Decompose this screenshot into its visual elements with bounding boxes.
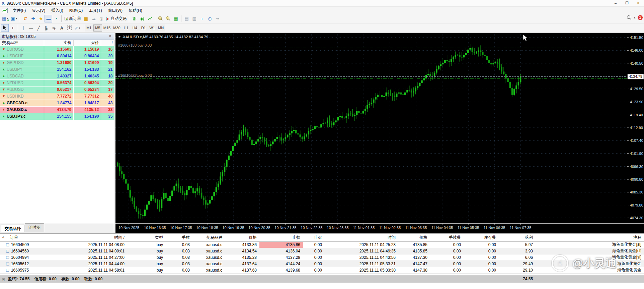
- horizontal-line-tool-button[interactable]: —: [27, 24, 35, 32]
- market-watch-row-usdcad[interactable]: ▲USDCAD1.403271.4034518: [0, 73, 114, 79]
- column-header-symbol[interactable]: 交易品种: [0, 40, 44, 46]
- trendline-tool-button[interactable]: ╱: [35, 24, 43, 32]
- menu-item-5[interactable]: 窗口(W): [105, 7, 126, 14]
- order-ticket-cell: ❏16604509: [0, 241, 80, 248]
- order-row-16605975[interactable]: ❏166059752025.11.11 04:58:01buy0.03xauus…: [0, 267, 644, 273]
- timeframe-button-m1[interactable]: M1: [85, 24, 93, 32]
- market-watch-tab-1[interactable]: 即时图: [25, 223, 44, 232]
- fibonacci-tool-button[interactable]: ≡F: [50, 24, 58, 32]
- orders-header-profit[interactable]: 获利: [499, 234, 536, 241]
- new-chart-button[interactable]: ▦+▼: [1, 15, 10, 22]
- community-button[interactable]: ☁: [90, 15, 97, 22]
- order-row-16605612[interactable]: ❏166056122025.11.11 04:44:00buy0.03xauus…: [0, 261, 644, 267]
- orders-header-close-time[interactable]: 时间: [325, 234, 398, 241]
- column-header-ask[interactable]: 买价: [73, 40, 101, 46]
- orders-header-takeprofit[interactable]: 止盈: [303, 234, 325, 241]
- tile-horizontal-button[interactable]: ▤: [183, 15, 190, 22]
- orders-header-stoploss[interactable]: 止损: [259, 234, 303, 241]
- market-watch-row-gbpcad-c[interactable]: ▲GBPCAD.c1.847741.8481743: [0, 100, 114, 106]
- timeframe-button-m15[interactable]: M15: [102, 24, 112, 32]
- orders-header-close-price[interactable]: 价格: [398, 234, 430, 241]
- restore-button[interactable]: ❐: [621, 0, 633, 7]
- chart-shift-button[interactable]: ⇥: [214, 15, 221, 22]
- bar-chart-mode-button[interactable]: [131, 15, 138, 22]
- market-watch-row-xauusd-c[interactable]: ▼XAUUSD.c4134.794135.1233: [0, 106, 114, 113]
- vertical-line-tool-button[interactable]: ｜: [19, 24, 27, 32]
- orders-header-lots[interactable]: 手数: [166, 234, 192, 241]
- order-cell: 4135.85: [398, 248, 430, 254]
- text-label-tool-button[interactable]: T: [66, 24, 73, 32]
- data-window-button[interactable]: ✚: [29, 15, 37, 22]
- period-converter-clock-button[interactable]: ◷: [206, 15, 214, 22]
- orders-header-commission[interactable]: 手续费: [430, 234, 464, 241]
- orders-header-open-price[interactable]: 价格: [225, 234, 259, 241]
- order-doc-icon: ❏: [6, 243, 9, 247]
- market-watch-close-icon[interactable]: ×: [108, 34, 112, 39]
- menu-item-4[interactable]: 工具(T): [86, 7, 105, 14]
- market-watch-row-usdchf[interactable]: ▲USDCHF0.804140.8043420: [0, 53, 114, 59]
- tile-vertical-button[interactable]: ▥: [190, 15, 198, 22]
- order-row-16604994[interactable]: ❏166049942025.11.11 04:27:00buy0.03xauus…: [0, 254, 644, 261]
- line-chart-mode-button[interactable]: [146, 15, 154, 22]
- tile-windows-button[interactable]: ▦: [172, 15, 180, 22]
- menu-item-0[interactable]: 文件(F): [10, 7, 29, 14]
- candlestick-mode-button[interactable]: [138, 15, 146, 22]
- column-header-bid[interactable]: 卖价: [44, 40, 73, 46]
- order-row-16604560[interactable]: ❏166045602025.11.11 04:09:01buy0.03xauus…: [0, 248, 644, 254]
- menu-item-6[interactable]: 帮助(H): [126, 7, 145, 14]
- timeframe-button-h4[interactable]: H4: [131, 24, 139, 32]
- cursor-tool-button[interactable]: [1, 24, 9, 32]
- timeframe-button-h1[interactable]: H1: [122, 24, 131, 32]
- new-order-button[interactable]: ❏+ 新订单: [63, 15, 82, 22]
- line-chart-icon: [148, 16, 152, 21]
- orders-header-comment[interactable]: 注释: [536, 234, 644, 241]
- menu-item-3[interactable]: 图表(C): [66, 7, 86, 14]
- zoom-out-button[interactable]: [164, 15, 172, 22]
- terminal-close-icon[interactable]: x: [1, 235, 5, 239]
- market-watch-row-eurusd[interactable]: ▼EURUSD1.156031.1561916: [0, 46, 114, 53]
- chevron-up-icon[interactable]: ▲: [633, 16, 636, 19]
- timeframe-button-m5[interactable]: M5: [93, 24, 102, 32]
- orders-header-swap[interactable]: 库存费: [464, 234, 499, 241]
- new-window-button[interactable]: ＋: [198, 15, 206, 22]
- navigator-button[interactable]: ★: [37, 15, 45, 22]
- market-watch-tab-0[interactable]: 交易品种: [1, 225, 24, 232]
- orders-header-open-time[interactable]: 时间 /: [80, 234, 127, 241]
- market-watch-row-audusd[interactable]: ▼AUDUSD0.652170.6523417: [0, 86, 114, 93]
- close-button[interactable]: ✕: [633, 0, 644, 7]
- crosshair-tool-button[interactable]: ＋: [9, 24, 16, 32]
- svg-text:11 Nov 01:35: 11 Nov 01:35: [353, 226, 375, 230]
- orders-header-ticket[interactable]: 订单: [0, 234, 80, 241]
- timeframe-button-mn[interactable]: MN: [157, 24, 165, 32]
- order-row-16604509[interactable]: ❏166045092025.11.11 04:08:00buy0.03xauus…: [0, 241, 644, 248]
- market-watch-row-nzdusd[interactable]: ▼NZDUSD0.563740.5639420: [0, 79, 114, 86]
- strategy-tester-button[interactable]: ◔: [52, 15, 60, 22]
- market-watch-row-usdjpy[interactable]: ▲USDJPY154.162154.18321: [0, 66, 114, 73]
- menu-item-2[interactable]: 插入(I): [48, 7, 66, 14]
- timeframe-button-m30[interactable]: M30: [112, 24, 122, 32]
- zoom-in-button[interactable]: [157, 15, 164, 22]
- timeframe-button-d1[interactable]: D1: [139, 24, 148, 32]
- timeframe-button-w1[interactable]: W1: [148, 24, 157, 32]
- orders-header-type[interactable]: 类型: [127, 234, 166, 241]
- notification-badge[interactable]: 1: [638, 15, 643, 20]
- toolbar-separator: [20, 15, 20, 22]
- market-watch-row-usdjpy-c[interactable]: ▲USDJPY.c154.155154.19035: [0, 113, 114, 120]
- minimize-button[interactable]: –: [610, 0, 621, 7]
- chart-area[interactable]: #16607188 buy 0.03#16610673 buy 0.034151…: [115, 33, 644, 233]
- text-tool-button[interactable]: A: [58, 24, 66, 32]
- orders-header-symbol[interactable]: 交易品种: [192, 234, 225, 241]
- terminal-toggle-button[interactable]: ▬: [45, 15, 52, 22]
- news-sound-button[interactable]: ◎: [97, 15, 105, 22]
- market-watch-row-usdhkd[interactable]: ▼USDHKD7.772727.7731240: [0, 93, 114, 100]
- autotrading-button[interactable]: ▶ 自动交易: [105, 15, 128, 22]
- market-watch-toggle-button[interactable]: ⇵: [21, 15, 29, 22]
- column-header-spread[interactable]: !: [101, 40, 114, 46]
- equidistant-channel-tool-button[interactable]: ∥E: [43, 24, 50, 32]
- search-icon[interactable]: [627, 15, 632, 20]
- arrows-tool-button[interactable]: ⇗▼: [73, 24, 82, 32]
- market-watch-row-gbpusd[interactable]: ▼GBPUSD1.316801.3169919: [0, 59, 114, 66]
- menu-item-1[interactable]: 显示(V): [29, 7, 48, 14]
- profiles-button[interactable]: ▣▼: [10, 15, 18, 22]
- gold-ingot-icon-button[interactable]: ▆: [82, 15, 90, 22]
